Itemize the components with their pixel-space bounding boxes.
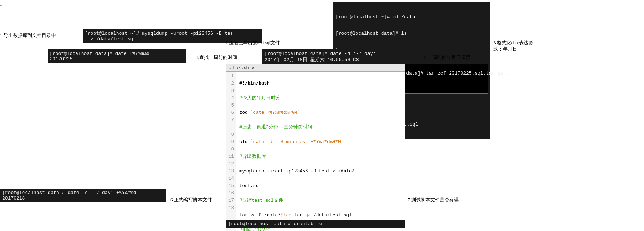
section3-label: 3.格式化date表达形 bbox=[493, 40, 533, 46]
code-line-3: tod=`date +%Y%m%d%H%M` bbox=[239, 109, 355, 116]
editor-tab[interactable]: ≡ bak.sh ✕ bbox=[226, 64, 405, 72]
section7-terminal: [root@localhost data]# crontab -e bbox=[226, 220, 405, 228]
section3-format-label2: 式：年月日 bbox=[493, 46, 517, 52]
section4-label: 4.查找一周前的时间 bbox=[196, 54, 237, 61]
terminal-line: [root@localhost ~]# cd /data bbox=[336, 14, 488, 20]
terminal-line: [root@localhost data]# ls bbox=[336, 31, 488, 36]
section2-label: 2.压缩已导出的test.sql文件 bbox=[225, 40, 280, 46]
code-line-4: #历史，倒退3分钟--三分钟前时间 bbox=[239, 124, 355, 131]
line-numbers: 123456789101112131415161718 bbox=[226, 72, 236, 231]
code-line-1: #!/bin/bash bbox=[239, 80, 355, 87]
topleft-label: ... bbox=[0, 2, 4, 8]
code-editor[interactable]: ≡ bak.sh ✕ 123456789101112131415161718 #… bbox=[226, 64, 405, 231]
section4-terminal: [root@localhost data]# date -d '-7 day' … bbox=[262, 49, 421, 64]
close-icon[interactable]: ✕ bbox=[252, 65, 254, 71]
section1-label: 1.导出数据库到文件目录中 bbox=[0, 32, 56, 39]
file-icon: ≡ bbox=[229, 66, 232, 70]
code-line-2: #今天的年月日时分 bbox=[239, 94, 355, 102]
page: ... 1.导出数据库到文件目录中 [root@localhost ~]# my… bbox=[0, 0, 644, 231]
section6-label: 6.正式编写脚本文件 bbox=[170, 197, 212, 203]
code-line-5: old=`date -d "-3 minutes" +%Y%m%d%H%M` bbox=[239, 138, 355, 146]
section3b-terminal: [root@localhost data]# date +%Y%m%d 2017… bbox=[48, 49, 186, 63]
code-line-7: mysqldump -uroot -p123456 -B test > /dat… bbox=[239, 168, 355, 175]
code-line-7b: test.sql bbox=[239, 182, 355, 190]
code-line-9: tar zcfP /data/$tod.tar.gz /data/test.sq… bbox=[239, 212, 355, 219]
code-lines[interactable]: #!/bin/bash #今天的年月日时分 tod=`date +%Y%m%d%… bbox=[236, 72, 357, 231]
code-line-8: #压缩test.sql文件 bbox=[239, 197, 355, 204]
section5-label: 5.一周前的年月日显示 bbox=[424, 54, 470, 61]
section7-label: 7.测试脚本文件是否有误 bbox=[408, 197, 459, 203]
section6-terminal: [root@localhost data]# date -d '-7 day' … bbox=[0, 189, 166, 202]
editor-tab-label: bak.sh bbox=[233, 66, 249, 71]
editor-body: 123456789101112131415161718 #!/bin/bash … bbox=[226, 72, 405, 231]
code-line-6: #导出数据库 bbox=[239, 153, 355, 160]
